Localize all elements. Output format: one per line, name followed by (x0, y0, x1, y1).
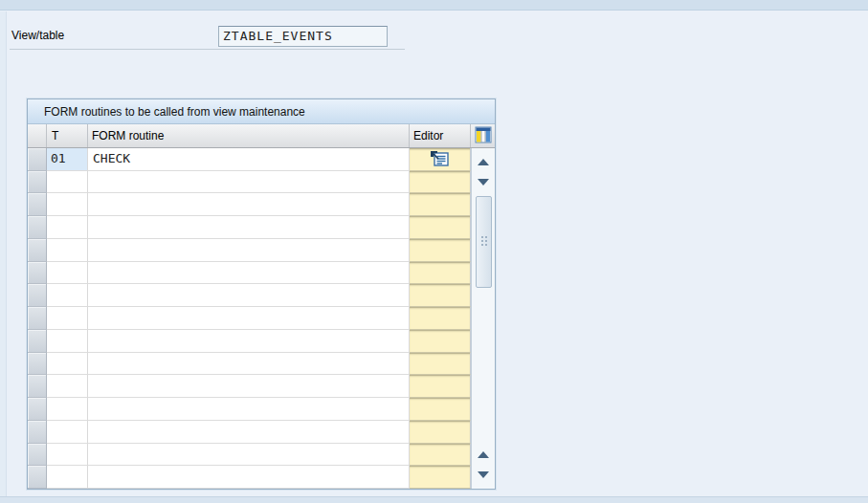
row-form-cell[interactable] (88, 444, 410, 467)
editor-cell (410, 307, 471, 330)
row-t-cell[interactable] (47, 239, 88, 262)
row-t-cell[interactable]: 01 (47, 148, 88, 171)
table-row (28, 421, 471, 444)
header-separator-line (10, 49, 405, 50)
row-selector[interactable] (28, 398, 47, 421)
row-t-cell[interactable] (47, 421, 88, 444)
row-t-cell[interactable] (47, 171, 88, 194)
row-selector[interactable] (28, 239, 47, 262)
row-selector[interactable] (28, 353, 47, 376)
table-body: 01 CHECK (28, 148, 495, 489)
row-selector[interactable] (28, 330, 47, 353)
view-table-label: View/table (11, 29, 64, 42)
editor-cell (410, 466, 471, 489)
editor-cell (410, 284, 471, 307)
down-triangle-icon (478, 471, 489, 478)
row-selector[interactable] (28, 193, 47, 216)
view-table-field[interactable]: ZTABLE_EVENTS (218, 26, 388, 47)
row-t-cell[interactable] (47, 216, 88, 239)
row-form-cell[interactable] (88, 284, 410, 307)
row-selector[interactable] (28, 444, 47, 467)
row-selector[interactable] (28, 284, 47, 307)
scroll-up-bottom-button[interactable] (475, 446, 493, 464)
scroll-down-button[interactable] (475, 173, 493, 191)
table-settings-button[interactable] (471, 124, 495, 147)
table-row (28, 330, 471, 353)
row-t-cell[interactable] (47, 284, 88, 307)
editor-cell (410, 239, 471, 262)
editor-cell (410, 171, 471, 194)
table-row (28, 171, 471, 194)
scroll-up-button[interactable] (475, 153, 493, 171)
scroll-down-bottom-button[interactable] (475, 466, 493, 484)
vertical-scrollbar[interactable] (471, 148, 495, 489)
window-left-strip (0, 11, 7, 503)
row-form-cell[interactable] (88, 330, 410, 353)
column-header-form-routine[interactable]: FORM routine (88, 124, 410, 147)
scrollbar-thumb[interactable] (476, 196, 492, 288)
up-triangle-icon (478, 451, 489, 458)
row-form-cell[interactable] (88, 307, 410, 330)
window-bottom-strip (0, 496, 868, 503)
table-title: FORM routines to be called from view mai… (28, 99, 495, 124)
row-form-cell[interactable] (88, 421, 410, 444)
form-routines-table: FORM routines to be called from view mai… (27, 98, 496, 490)
table-header-row: T FORM routine Editor (28, 124, 495, 148)
row-form-cell[interactable] (88, 375, 410, 398)
row-selector[interactable] (28, 216, 47, 239)
editor-icon (430, 150, 450, 167)
row-selector[interactable] (28, 262, 47, 285)
row-form-cell[interactable] (88, 262, 410, 285)
row-t-cell[interactable] (47, 330, 88, 353)
row-t-cell[interactable] (47, 307, 88, 330)
editor-cell (410, 398, 471, 421)
up-triangle-icon (478, 159, 489, 165)
editor-button[interactable] (430, 150, 450, 167)
column-header-selector (28, 124, 47, 147)
row-form-cell[interactable]: CHECK (88, 148, 410, 171)
table-row (28, 466, 471, 489)
row-form-cell[interactable] (88, 193, 410, 216)
row-selector[interactable] (28, 375, 47, 398)
row-t-cell[interactable] (47, 375, 88, 398)
editor-cell (410, 421, 471, 444)
table-row (28, 444, 471, 467)
table-row (28, 193, 471, 216)
editor-cell (410, 193, 471, 216)
table-rows: 01 CHECK (28, 148, 471, 489)
editor-cell (410, 444, 471, 467)
window-top-strip (0, 0, 868, 11)
row-form-cell[interactable] (88, 398, 410, 421)
editor-cell (410, 353, 471, 376)
editor-cell (410, 216, 471, 239)
row-t-cell[interactable] (47, 353, 88, 376)
row-form-cell[interactable] (88, 171, 410, 194)
table-settings-icon (475, 126, 492, 146)
row-t-cell[interactable] (47, 398, 88, 421)
row-t-cell[interactable] (47, 466, 88, 489)
table-row (28, 307, 471, 330)
row-selector[interactable] (28, 307, 47, 330)
row-form-cell[interactable] (88, 239, 410, 262)
row-t-cell[interactable] (47, 193, 88, 216)
row-t-cell[interactable] (47, 444, 88, 467)
column-header-t[interactable]: T (47, 124, 88, 147)
table-row (28, 375, 471, 398)
row-form-cell[interactable] (88, 216, 410, 239)
sap-maintenance-events-screen: View/table ZTABLE_EVENTS FORM routines t… (0, 0, 868, 503)
table-row: 01 CHECK (28, 148, 471, 171)
row-t-cell[interactable] (47, 262, 88, 285)
row-selector[interactable] (28, 466, 47, 489)
down-triangle-icon (478, 179, 489, 186)
table-row (28, 262, 471, 285)
editor-cell (410, 330, 471, 353)
row-form-cell[interactable] (88, 466, 410, 489)
row-selector[interactable] (28, 171, 47, 194)
editor-cell (410, 148, 471, 171)
row-form-cell[interactable] (88, 353, 410, 376)
row-selector[interactable] (28, 421, 47, 444)
editor-cell (410, 262, 471, 285)
table-row (28, 353, 471, 376)
column-header-editor[interactable]: Editor (410, 124, 471, 147)
row-selector[interactable] (28, 148, 47, 171)
